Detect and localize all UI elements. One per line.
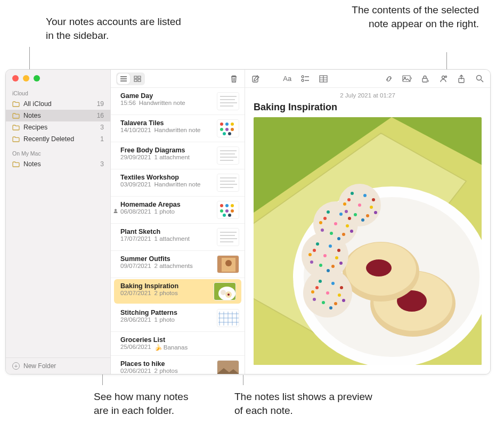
sidebar-item[interactable]: Recipes 3: [6, 121, 110, 133]
callout-line: [243, 376, 243, 385]
note-list-item[interactable]: Game Day 15:56Handwritten note: [111, 88, 245, 115]
close-button[interactable]: [12, 75, 19, 82]
svg-point-40: [231, 209, 234, 213]
svg-point-93: [366, 259, 392, 276]
svg-point-20: [231, 128, 234, 131]
link-button[interactable]: [384, 74, 394, 84]
trash-icon: [230, 75, 238, 83]
svg-point-53: [221, 290, 226, 295]
table-icon: [319, 75, 328, 83]
note-list-item[interactable]: Summer Outfits 09/07/20212 attachments: [111, 251, 245, 278]
note-content-column: Aa: [245, 70, 490, 374]
svg-point-17: [231, 123, 234, 126]
note-item-date: 02/07/2021: [120, 290, 151, 296]
share-button[interactable]: [456, 74, 467, 84]
lock-icon: [421, 75, 429, 83]
svg-point-33: [115, 209, 117, 211]
photos-icon: [402, 75, 412, 83]
media-button[interactable]: [402, 74, 412, 84]
svg-point-15: [220, 123, 223, 126]
folder-icon: [12, 125, 20, 131]
note-item-preview: 2 attachments: [155, 263, 193, 269]
sidebar-item-count: 19: [97, 100, 104, 108]
svg-rect-3: [134, 76, 137, 78]
note-item-title: Stitching Patterns: [120, 309, 213, 316]
note-thumbnail: [217, 146, 239, 165]
svg-point-69: [302, 79, 304, 82]
new-folder-button[interactable]: + New Folder: [6, 357, 110, 374]
note-item-date: 25/06/2021: [120, 344, 151, 351]
svg-point-37: [231, 204, 234, 207]
note-title: Baking Inspiration: [245, 101, 490, 117]
sidebar-item[interactable]: Notes 16: [6, 110, 110, 121]
baking-photo: [254, 117, 482, 365]
svg-rect-77: [422, 78, 427, 82]
note-item-preview: Handwritten note: [139, 100, 185, 106]
note-list-item[interactable]: Places to hike 02/06/20212 photos: [111, 356, 245, 374]
collaborate-button[interactable]: [438, 74, 449, 84]
svg-point-79: [445, 76, 447, 77]
sidebar-item-count: 1: [100, 135, 104, 143]
note-list-item[interactable]: Talavera Tiles 14/10/2021Handwritten not…: [111, 115, 245, 142]
note-list-item[interactable]: Plant Sketch 17/07/20211 attachment: [111, 224, 245, 251]
notes-list[interactable]: Game Day 15:56Handwritten note Talavera …: [111, 88, 245, 374]
table-button[interactable]: [318, 74, 329, 84]
lock-button[interactable]: [420, 74, 430, 84]
list-icon: [120, 76, 127, 82]
note-item-title: Talavera Tiles: [120, 119, 213, 127]
sidebar-item-label: Recipes: [23, 124, 47, 131]
folder-icon: [12, 136, 20, 142]
search-button[interactable]: [474, 74, 485, 84]
note-thumbnail: [217, 255, 239, 273]
note-image: [254, 117, 482, 365]
view-toggle: [116, 72, 145, 85]
share-icon: [458, 75, 465, 83]
notes-window: iCloud All iCloud 19 Notes 16 Recipes 3 …: [5, 69, 491, 374]
delete-note-button[interactable]: [229, 74, 239, 84]
sidebar-item-count: 3: [100, 124, 104, 131]
gallery-view-button[interactable]: [131, 74, 144, 84]
link-icon: [385, 75, 393, 83]
folder-icon: [12, 113, 20, 119]
note-list-item[interactable]: Groceries List 25/06/2021🍌 Bananas: [111, 332, 245, 356]
note-thumbnail: [217, 119, 239, 137]
compose-button[interactable]: [250, 74, 261, 84]
sidebar-item[interactable]: Recently Deleted 1: [6, 133, 110, 145]
note-list-item[interactable]: Homemade Arepas 06/08/20211 photo: [111, 197, 245, 224]
minimize-button[interactable]: [23, 75, 29, 82]
svg-rect-4: [138, 76, 141, 78]
folder-icon: [12, 101, 20, 107]
note-thumbnail: [217, 174, 239, 192]
sidebar-item[interactable]: Notes 3: [6, 158, 110, 170]
svg-point-36: [225, 204, 229, 207]
sidebar-item[interactable]: All iCloud 19: [6, 98, 110, 110]
note-list-item[interactable]: Stitching Patterns 28/06/20211 photo: [111, 305, 245, 332]
note-list-item[interactable]: Textiles Workshop 03/09/2021Handwritten …: [111, 169, 245, 197]
checklist-button[interactable]: [300, 74, 311, 84]
new-folder-label: New Folder: [23, 362, 56, 370]
sidebar-item-label: All iCloud: [23, 100, 52, 108]
note-list-item[interactable]: Baking Inspiration 02/07/20212 photos: [114, 279, 241, 304]
svg-point-16: [225, 123, 229, 126]
svg-point-81: [476, 76, 481, 80]
note-list-item[interactable]: Free Body Diagrams 29/09/20211 attachmen…: [111, 142, 245, 169]
format-icon: Aa: [283, 75, 291, 83]
note-item-title: Baking Inspiration: [120, 282, 209, 290]
svg-rect-43: [217, 229, 239, 246]
note-item-preview: 🍌 Bananas: [155, 344, 188, 351]
note-thumbnail: [214, 282, 236, 300]
note-item-date: 15:56: [120, 100, 136, 106]
list-view-button[interactable]: [117, 74, 130, 84]
note-thumbnail: [217, 228, 239, 246]
sidebar-item-count: 3: [100, 160, 104, 168]
svg-point-41: [223, 214, 226, 217]
format-button[interactable]: Aa: [282, 74, 292, 84]
note-item-preview: Handwritten note: [155, 127, 201, 133]
maximize-button[interactable]: [34, 75, 40, 82]
svg-rect-28: [217, 174, 239, 192]
svg-point-21: [223, 132, 226, 135]
note-item-title: Groceries List: [120, 336, 239, 344]
notes-list-toolbar: [111, 70, 245, 88]
svg-point-50: [225, 260, 232, 266]
sidebar-item-count: 16: [97, 112, 104, 119]
